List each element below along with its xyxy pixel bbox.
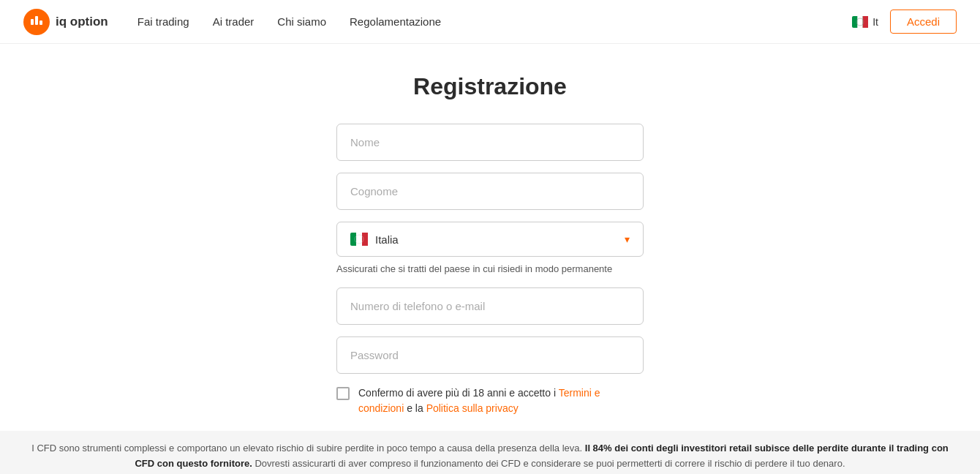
terms-checkbox[interactable] [336, 387, 350, 400]
nav-chi-siamo[interactable]: Chi siamo [277, 15, 326, 28]
disclaimer-text-2: Dovresti assicurarti di aver compreso il… [252, 458, 845, 469]
navbar: iq option Fai trading Ai trader Chi siam… [0, 0, 980, 44]
it-flag-icon [852, 16, 868, 28]
nav-right: It Accedi [852, 10, 957, 34]
page-title: Registrazione [413, 73, 567, 100]
svg-rect-9 [356, 233, 362, 246]
phone-email-input[interactable] [336, 287, 644, 325]
brand-name: iq option [56, 15, 108, 29]
country-selector[interactable]: Italia ▾ [336, 222, 644, 257]
logo[interactable]: iq option [23, 9, 108, 35]
logo-icon [23, 9, 50, 35]
country-hint: Assicurati che si tratti del paese in cu… [336, 263, 644, 276]
nome-input[interactable] [336, 124, 644, 161]
svg-rect-1 [31, 19, 34, 25]
svg-rect-3 [39, 20, 42, 25]
cognome-input[interactable] [336, 173, 644, 210]
nav-links: Fai trading Ai trader Chi siamo Regolame… [137, 15, 852, 28]
nav-fai-trading[interactable]: Fai trading [137, 15, 189, 28]
nav-regolamentazione[interactable]: Regolamentazione [350, 15, 441, 28]
svg-rect-5 [857, 16, 862, 28]
main-content: Registrazione Italia ▾ Assicurati che si… [0, 44, 980, 431]
password-input[interactable] [336, 336, 644, 374]
accedi-button[interactable]: Accedi [890, 10, 957, 34]
language-label: It [872, 16, 878, 28]
country-left: Italia [350, 233, 399, 246]
svg-rect-2 [35, 16, 38, 25]
terms-label: Confermo di avere più di 18 anni e accet… [358, 385, 644, 416]
country-flag-icon [350, 233, 368, 246]
disclaimer-footer: I CFD sono strumenti complessi e comport… [0, 431, 980, 474]
country-name: Italia [375, 233, 399, 246]
svg-rect-10 [362, 233, 368, 246]
terms-text-1: Confermo di avere più di 18 anni e accet… [358, 387, 559, 399]
nav-ai-trader[interactable]: Ai trader [213, 15, 255, 28]
terms-text-2: e la [404, 402, 426, 414]
dropdown-arrow-icon: ▾ [625, 233, 630, 245]
disclaimer-text-1: I CFD sono strumenti complessi e comport… [31, 443, 585, 454]
terms-checkbox-area: Confermo di avere più di 18 anni e accet… [336, 385, 644, 416]
registration-form: Italia ▾ Assicurati che si tratti del pa… [336, 124, 644, 416]
language-selector[interactable]: It [852, 16, 878, 28]
privacy-link[interactable]: Politica sulla privacy [426, 402, 519, 414]
